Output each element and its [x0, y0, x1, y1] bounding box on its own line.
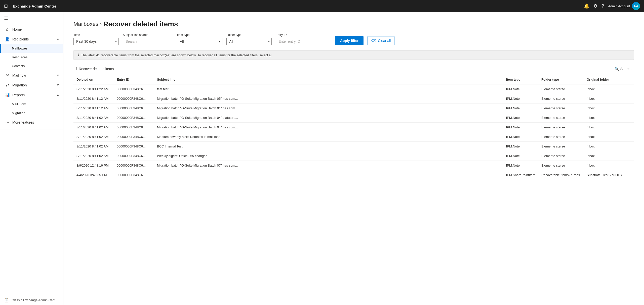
- col-header-folder-type: Folder type: [538, 75, 584, 84]
- cell-item-type-3: IPM.Note: [503, 113, 538, 123]
- table-row[interactable]: 4/4/2020 3:45:35 PM 00000000F348C6... IP…: [73, 170, 634, 180]
- classic-link[interactable]: 📋 Classic Exchange Admin Cent...: [0, 295, 63, 305]
- sidebar-item-mailboxes-label: Mailboxes: [12, 46, 28, 50]
- info-message: The latest 41 recoverable items from the…: [81, 53, 272, 57]
- sidebar-item-recipients[interactable]: 👤 Recipients ∧: [0, 34, 63, 44]
- table-header: Deleted on Entry ID Subject line Item ty…: [73, 75, 634, 84]
- sidebar-item-more-features-label: More features: [12, 120, 34, 124]
- time-select[interactable]: Past 30 days Past 7 days Today Custom: [73, 38, 119, 45]
- notification-icon[interactable]: 🔔: [584, 3, 589, 9]
- cell-subject-9: [154, 170, 503, 180]
- search-icon: 🔍: [615, 67, 619, 71]
- more-features-icon: ⋯: [5, 120, 10, 125]
- classic-icon: 📋: [4, 298, 9, 302]
- cell-folder-type-8: Elemente șterse: [538, 161, 584, 170]
- sidebar-item-home[interactable]: ⌂ Home: [0, 25, 63, 34]
- cell-item-type-1: IPM.Note: [503, 94, 538, 104]
- table-toolbar: ⤴ Recover deleted items 🔍 Search: [73, 64, 634, 74]
- table-row[interactable]: 3/9/2020 12:48:16 PM 00000000F348C6... M…: [73, 161, 634, 170]
- item-type-label: Item type: [177, 33, 222, 37]
- app-title: Exchange Admin Center: [13, 4, 581, 8]
- cell-deleted-on-3: 3/11/2020 8:41:02 AM: [73, 113, 114, 123]
- sidebar-item-reports[interactable]: 📊 Reports ∧: [0, 90, 63, 100]
- cell-folder-type-3: Elemente șterse: [538, 113, 584, 123]
- sidebar-toggle[interactable]: ☰: [0, 12, 63, 25]
- sidebar-item-mailflow-sub[interactable]: Mail Flow: [0, 100, 63, 109]
- search-button[interactable]: 🔍 Search: [612, 66, 634, 72]
- sidebar-item-mailboxes[interactable]: Mailboxes: [0, 44, 63, 53]
- classic-link-label: Classic Exchange Admin Cent...: [12, 298, 58, 302]
- entry-id-label: Entry ID: [276, 33, 331, 37]
- subject-label: Subject line search: [123, 33, 173, 37]
- sidebar-item-resources[interactable]: Resources: [0, 53, 63, 62]
- sidebar-item-migration-sub[interactable]: Migration: [0, 109, 63, 117]
- clear-all-button[interactable]: ⌫ Clear all: [368, 36, 394, 45]
- item-type-select[interactable]: All Email Calendar Contact Task: [177, 38, 222, 45]
- cell-folder-type-5: Elemente șterse: [538, 132, 584, 142]
- table-row[interactable]: 3/11/2020 8:41:02 AM 00000000F348C6... W…: [73, 151, 634, 161]
- topbar-icons: 🔔 ⚙ ? Admin Account AA: [584, 2, 640, 10]
- cell-entry-id-2: 00000000F348C6...: [114, 104, 154, 113]
- sidebar-item-contacts[interactable]: Contacts: [0, 62, 63, 70]
- item-type-select-wrapper: All Email Calendar Contact Task: [177, 38, 222, 45]
- cell-deleted-on-0: 3/11/2020 8:41:22 AM: [73, 84, 114, 94]
- table-row[interactable]: 3/11/2020 8:41:12 AM 00000000F348C6... M…: [73, 94, 634, 104]
- cell-deleted-on-7: 3/11/2020 8:41:02 AM: [73, 151, 114, 161]
- breadcrumb-separator: ›: [100, 21, 102, 27]
- table-body: 3/11/2020 8:41:22 AM 00000000F348C6... t…: [73, 84, 634, 180]
- sidebar-item-mailflow[interactable]: ✉ Mail flow ∨: [0, 70, 63, 80]
- recover-label: Recover deleted items: [79, 67, 114, 71]
- sidebar-item-migration-sub-label: Migration: [12, 111, 25, 115]
- recover-icon: ⤴: [75, 67, 77, 71]
- filter-row: Time Past 30 days Past 7 days Today Cust…: [73, 33, 634, 45]
- reports-chevron: ∧: [57, 93, 59, 97]
- grid-icon[interactable]: ⊞: [4, 3, 8, 9]
- settings-icon[interactable]: ⚙: [593, 3, 597, 9]
- sidebar-item-recipients-label: Recipients: [12, 37, 29, 41]
- cell-subject-5: Medium-severity alert: Domains in mail l…: [154, 132, 503, 142]
- sidebar-item-contacts-label: Contacts: [12, 64, 25, 68]
- table-row[interactable]: 3/11/2020 8:41:02 AM 00000000F348C6... M…: [73, 132, 634, 142]
- table-row[interactable]: 3/11/2020 8:41:02 AM 00000000F348C6... M…: [73, 113, 634, 123]
- cell-original-folder-8: Inbox: [584, 161, 634, 170]
- table-row[interactable]: 3/11/2020 8:41:02 AM 00000000F348C6... M…: [73, 123, 634, 132]
- col-header-item-type: Item type: [503, 75, 538, 84]
- sidebar-item-reports-label: Reports: [12, 93, 25, 97]
- cell-deleted-on-9: 4/4/2020 3:45:35 PM: [73, 170, 114, 180]
- cell-entry-id-6: 00000000F348C6...: [114, 142, 154, 151]
- cell-subject-1: Migration batch "G-Suite Migration Batch…: [154, 94, 503, 104]
- folder-type-select[interactable]: All Inbox Sent Items Deleted Items: [226, 38, 272, 45]
- cell-subject-3: Migration batch "G-Suite Migration Batch…: [154, 113, 503, 123]
- mailflow-icon: ✉: [5, 73, 10, 78]
- cell-original-folder-9: SubstrateFiles\SPOOLS: [584, 170, 634, 180]
- filter-item-type-group: Item type All Email Calendar Contact Tas…: [177, 33, 222, 45]
- cell-subject-2: Migration batch "G-Suite Migration Batch…: [154, 104, 503, 113]
- folder-type-select-wrapper: All Inbox Sent Items Deleted Items: [226, 38, 272, 45]
- page-title: Recover deleted items: [103, 20, 178, 28]
- subject-search-input[interactable]: [123, 38, 173, 45]
- breadcrumb-parent[interactable]: Mailboxes: [73, 21, 98, 27]
- user-name: Admin Account: [608, 4, 630, 8]
- help-icon[interactable]: ?: [601, 4, 604, 9]
- entry-id-input[interactable]: [276, 38, 331, 45]
- table-row[interactable]: 3/11/2020 8:41:02 AM 00000000F348C6... B…: [73, 142, 634, 151]
- table-row[interactable]: 3/11/2020 8:41:12 AM 00000000F348C6... M…: [73, 104, 634, 113]
- cell-subject-8: Migration batch "G-Suite Migration Batch…: [154, 161, 503, 170]
- info-bar: ℹ The latest 41 recoverable items from t…: [73, 50, 634, 60]
- apply-filter-button[interactable]: Apply filter: [335, 36, 364, 45]
- sidebar-item-migration[interactable]: ⇄ Migration ∨: [0, 80, 63, 90]
- cell-item-type-8: IPM.Note: [503, 161, 538, 170]
- breadcrumb: Mailboxes › Recover deleted items: [73, 20, 634, 28]
- cell-deleted-on-1: 3/11/2020 8:41:12 AM: [73, 94, 114, 104]
- time-select-wrapper: Past 30 days Past 7 days Today Custom: [73, 38, 119, 45]
- sidebar-item-resources-label: Resources: [12, 55, 27, 59]
- clear-all-label: Clear all: [378, 39, 391, 43]
- cell-item-type-4: IPM.Note: [503, 123, 538, 132]
- recover-deleted-items-button[interactable]: ⤴ Recover deleted items: [73, 66, 116, 72]
- cell-folder-type-7: Elemente șterse: [538, 151, 584, 161]
- cell-item-type-7: IPM.Note: [503, 151, 538, 161]
- user-account[interactable]: Admin Account AA: [608, 2, 640, 10]
- cell-entry-id-7: 00000000F348C6...: [114, 151, 154, 161]
- sidebar-item-more-features[interactable]: ⋯ More features: [0, 117, 63, 127]
- table-row[interactable]: 3/11/2020 8:41:22 AM 00000000F348C6... t…: [73, 84, 634, 94]
